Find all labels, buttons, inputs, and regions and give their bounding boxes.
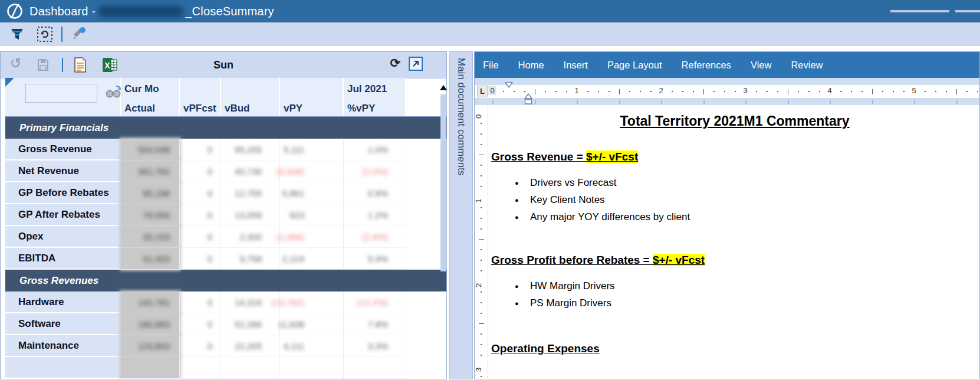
- hanging-indent-marker[interactable]: [524, 93, 532, 105]
- cell-vbud: 13,059: [221, 204, 280, 226]
- window-control-placeholder: [890, 10, 949, 12]
- table-row: Net Revenue 381,782 0 40,730 (8,648) (2.…: [5, 160, 446, 182]
- cell-vpfcst: 0: [180, 182, 221, 204]
- ribbon-tab-references[interactable]: References: [682, 52, 731, 78]
- bullet-item: Drivers vs Forecast: [490, 174, 979, 191]
- table-row: [5, 357, 446, 379]
- table-header-row-2: ActualvPFcstvBudvPY%vPY: [5, 100, 446, 117]
- cell-vpy: 923: [280, 204, 344, 226]
- column-header-vbud: vBud: [221, 100, 280, 116]
- cell-vpy: 11,638: [280, 313, 344, 335]
- column-header-vpy: vPY: [280, 100, 344, 116]
- document-heading: Operating Expenses: [491, 342, 979, 355]
- edit-icon[interactable]: [71, 27, 86, 42]
- cell-actual: 35,153: [121, 226, 180, 248]
- find-icon[interactable]: [104, 85, 122, 98]
- cell-vpy: (8,648): [280, 160, 344, 182]
- document-heading: Gross Revenue = $+/- vFcst: [491, 150, 979, 163]
- cell-vpfcst: 0: [180, 204, 221, 226]
- row-label: EBITDA: [5, 248, 121, 270]
- row-label: GP After Rebates: [5, 204, 121, 226]
- cell-vbud: 22,205: [221, 335, 280, 357]
- bullet-item: HW Margin Drivers: [490, 277, 979, 294]
- corner-marker-icon: [5, 78, 14, 87]
- table-row: GP After Rebates 78,556 0 13,059 923 1.2…: [5, 204, 446, 226]
- cell-vpfcst: 0: [180, 248, 221, 270]
- cell-vpfcst: 0: [180, 313, 221, 335]
- bullet-item: PS Margin Drivers: [490, 294, 979, 312]
- cell-actual: [121, 357, 180, 379]
- ribbon-tab-file[interactable]: File: [483, 52, 499, 78]
- ruler-number: 1: [475, 199, 483, 203]
- row-label: Opex: [5, 226, 121, 248]
- cell-actual: 85,198: [121, 182, 180, 204]
- cell-pvpy: (12.2%): [344, 291, 406, 313]
- ruler-number: 0: [475, 114, 483, 119]
- cell-vpy: 4,111: [280, 335, 344, 357]
- ruler-number: 4: [827, 86, 831, 95]
- refresh-selection-icon[interactable]: [37, 26, 53, 42]
- expand-icon[interactable]: [409, 57, 423, 71]
- app-logo-icon: [6, 2, 24, 20]
- row-label: GP Before Rebates: [5, 182, 121, 204]
- cell-actual: 129,803: [121, 335, 180, 357]
- document-content: Total Territory 2021M1 Commentary Gross …: [490, 105, 979, 379]
- filter-icon[interactable]: [9, 27, 25, 42]
- scroll-up-icon[interactable]: [440, 85, 447, 90]
- table-search-input[interactable]: [25, 84, 97, 103]
- row-label: Gross Revenue: [5, 139, 121, 160]
- ruler-number: 5: [912, 86, 916, 95]
- document-heading: Gross Profit before Rebates = $+/- vFcst: [491, 254, 979, 267]
- table-row: Gross Revenue 504,548 0 95,205 5,111 1.0…: [5, 139, 446, 160]
- widget-title: Sun: [1, 52, 446, 78]
- cell-actual: 41,403: [121, 248, 180, 270]
- cell-pvpy: 5.4%: [344, 248, 406, 270]
- financials-table: Cur Mo Jul 2021 ActualvPFcstvBudvPY%vPY …: [5, 78, 446, 379]
- first-line-indent-marker[interactable]: [505, 80, 513, 90]
- ruler-number: 3: [743, 86, 747, 95]
- ribbon-tab-home[interactable]: Home: [518, 52, 544, 78]
- cell-vbud: 2,300: [221, 226, 280, 248]
- comments-panel-tab[interactable]: Main document comments: [449, 51, 473, 379]
- refresh-icon[interactable]: ⟳: [390, 56, 400, 70]
- bullet-list: HW Margin DriversPS Margin Drivers: [490, 277, 979, 312]
- document-page[interactable]: 0123 Total Territory 2021M1 Commentary G…: [475, 105, 979, 379]
- table-scrollbar[interactable]: [440, 94, 446, 271]
- comments-panel-label: Main document comments: [450, 52, 467, 175]
- cell-actual: 504,548: [121, 139, 180, 160]
- ribbon-tab-view[interactable]: View: [751, 52, 771, 78]
- column-header-vpfcst: vPFcst: [180, 100, 221, 116]
- ribbon-tab-review[interactable]: Review: [791, 52, 823, 78]
- tab-stop-selector[interactable]: L: [477, 86, 488, 97]
- app-window: Dashboard -_CloseSummary: [0, 0, 980, 380]
- table-row: Software 180,893 0 52,266 11,638 7.8%: [5, 313, 446, 335]
- ruler-number: 1: [574, 86, 578, 95]
- cell-vpfcst: [180, 357, 221, 379]
- section-header-row: Primary Financials: [5, 117, 446, 139]
- ruler-number: 3: [475, 368, 483, 372]
- cell-vpy: (19,782): [280, 291, 344, 313]
- ruler-number: 2: [475, 283, 483, 287]
- ruler-number: 2: [659, 86, 663, 95]
- table-row: Opex 35,153 0 2,300 (1,066) (2.9%): [5, 226, 446, 248]
- cell-vpy: 5,861: [280, 182, 344, 204]
- window-control-placeholder: [955, 10, 980, 12]
- cell-pvpy: (2.9%): [344, 226, 406, 248]
- ribbon-tab-page-layout[interactable]: Page Layout: [607, 52, 662, 78]
- header-col-group: Cur Mo: [121, 78, 180, 100]
- table-row: EBITDA 41,403 0 9,758 2,124 5.4%: [5, 248, 446, 270]
- bullet-list: Drivers vs ForecastKey Client NotesAny m…: [490, 174, 979, 225]
- cell-vpfcst: 0: [180, 139, 221, 160]
- document-editor: FileHomeInsertPage LayoutReferencesViewR…: [474, 51, 980, 379]
- ribbon-tab-insert[interactable]: Insert: [564, 52, 588, 78]
- toolbar-divider: [61, 27, 63, 42]
- cell-pvpy: 3.3%: [344, 335, 406, 357]
- column-header-actual: Actual: [121, 100, 180, 116]
- cell-actual: 381,782: [121, 160, 180, 182]
- cell-vpfcst: 0: [180, 160, 221, 182]
- row-label: Maintenance: [5, 335, 121, 357]
- cell-pvpy: 1.2%: [344, 204, 406, 226]
- cell-actual: 142,781: [121, 291, 180, 313]
- table-row: GP Before Rebates 85,198 0 12,755 5,861 …: [5, 182, 446, 204]
- cell-vpfcst: 0: [180, 291, 221, 313]
